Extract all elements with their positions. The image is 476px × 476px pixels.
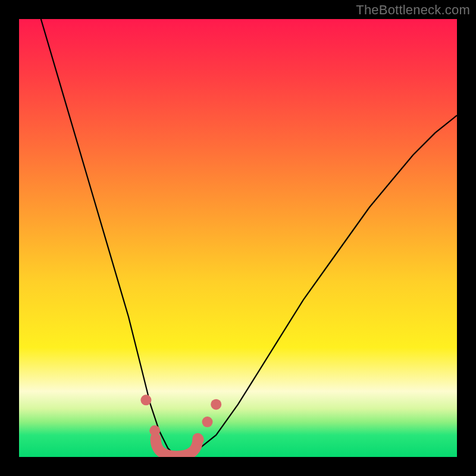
curve-marker xyxy=(202,416,213,427)
optimal-zone xyxy=(156,439,198,456)
curve-marker xyxy=(211,399,221,410)
curve-marker xyxy=(193,434,204,445)
watermark-text: TheBottleneck.com xyxy=(356,2,470,18)
chart-svg xyxy=(19,19,457,457)
curve-marker xyxy=(149,425,160,436)
bottleneck-curve xyxy=(41,19,457,457)
optimal-zone-arc xyxy=(156,439,198,456)
curve-line xyxy=(41,19,457,457)
curve-marker xyxy=(140,394,151,405)
chart-frame: TheBottleneck.com xyxy=(0,0,476,476)
chart-plot-area xyxy=(19,19,457,457)
